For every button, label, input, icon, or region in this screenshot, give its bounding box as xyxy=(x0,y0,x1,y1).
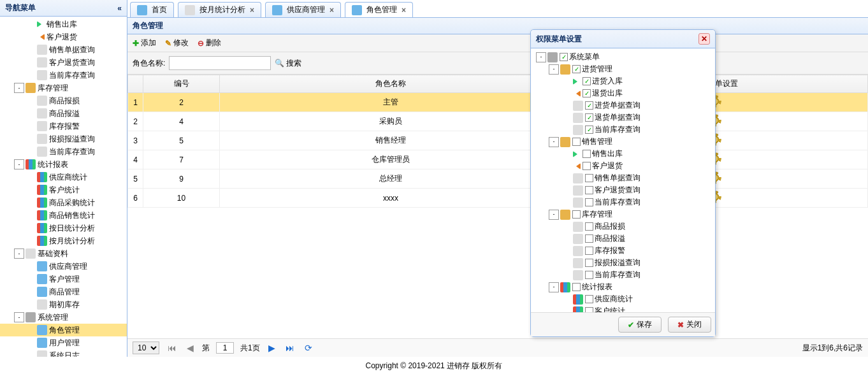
checkbox[interactable]: ✓ xyxy=(582,77,591,85)
tree-toggle-icon[interactable]: - xyxy=(536,52,546,62)
permission-tree-item[interactable]: -✓进货管理 xyxy=(533,63,712,75)
checkbox[interactable] xyxy=(585,222,593,231)
permission-tree-item[interactable]: ✓当前库存查询 xyxy=(533,124,712,136)
tab-close-icon[interactable]: × xyxy=(250,6,254,15)
sidebar-item[interactable]: 当前库存查询 xyxy=(0,145,127,158)
permission-tree-item[interactable]: ✓退货出库 xyxy=(533,87,712,99)
permission-tree-item[interactable]: ✓进货单据查询 xyxy=(533,99,712,111)
next-page-button[interactable]: ▶ xyxy=(266,343,277,353)
table-row[interactable]: 59总经理 xyxy=(128,169,868,189)
first-page-button[interactable]: ⏮ xyxy=(166,343,178,353)
tree-toggle-icon[interactable]: - xyxy=(549,64,559,75)
sidebar-item[interactable]: 商品销售统计 xyxy=(0,209,127,222)
sidebar-item[interactable]: 库存报警 xyxy=(0,120,127,133)
table-row[interactable]: 24采购员 xyxy=(128,112,868,131)
checkbox[interactable] xyxy=(585,271,593,279)
permission-tree-item[interactable]: 客户退货查询 xyxy=(533,184,712,196)
sidebar-item[interactable]: 供应商管理 xyxy=(0,260,127,273)
tree-toggle-icon[interactable]: - xyxy=(14,159,24,169)
permission-tree-item[interactable]: -库存管理 xyxy=(533,208,712,220)
delete-button[interactable]: ⊖删除 xyxy=(198,38,221,48)
checkbox[interactable] xyxy=(585,186,593,194)
search-input[interactable] xyxy=(169,56,271,70)
permission-tree-item[interactable]: 商品报溢 xyxy=(533,233,712,245)
permission-tree-item[interactable]: ✓进货入库 xyxy=(533,75,712,87)
checkbox[interactable] xyxy=(572,210,581,219)
table-row[interactable]: 12主管 xyxy=(128,93,868,112)
sidebar-collapse-icon[interactable]: « xyxy=(117,4,122,13)
sidebar-item[interactable]: 系统日志 xyxy=(0,349,127,357)
edit-button[interactable]: ✎修改 xyxy=(165,38,189,48)
tab[interactable]: 角色管理× xyxy=(345,2,413,17)
permission-tree-item[interactable]: 当前库存查询 xyxy=(533,196,712,208)
sidebar-item[interactable]: 客户统计 xyxy=(0,183,127,196)
tree-toggle-icon[interactable]: - xyxy=(14,312,24,322)
sidebar-item[interactable]: 商品报损 xyxy=(0,94,127,107)
sidebar-item[interactable]: 当前库存查询 xyxy=(0,69,127,82)
last-page-button[interactable]: ⏭ xyxy=(284,343,296,353)
close-button[interactable]: ✖关闭 xyxy=(668,317,711,333)
tab[interactable]: 首页 xyxy=(130,2,174,17)
tab-close-icon[interactable]: × xyxy=(329,6,334,15)
table-row[interactable]: 47仓库管理员 xyxy=(128,150,868,169)
sidebar-item[interactable]: -统计报表 xyxy=(0,158,127,171)
page-size-select[interactable]: 10 xyxy=(133,342,159,354)
checkbox[interactable] xyxy=(572,138,581,146)
sidebar-item[interactable]: 角色管理 xyxy=(0,324,127,336)
tree-toggle-icon[interactable]: - xyxy=(549,137,559,147)
checkbox[interactable] xyxy=(582,150,591,158)
page-input[interactable] xyxy=(216,342,234,354)
sidebar-item[interactable]: 客户退货查询 xyxy=(0,56,127,69)
tab-close-icon[interactable]: × xyxy=(401,6,406,15)
sidebar-item[interactable]: 用户管理 xyxy=(0,336,127,349)
checkbox[interactable] xyxy=(582,162,591,170)
sidebar-item[interactable]: 销售单据查询 xyxy=(0,43,127,56)
prev-page-button[interactable]: ◀ xyxy=(185,343,196,353)
tree-toggle-icon[interactable]: - xyxy=(14,248,24,259)
add-button[interactable]: ✚添加 xyxy=(133,38,156,48)
checkbox[interactable]: ✓ xyxy=(585,126,593,134)
table-row[interactable]: 610xxxx xyxy=(128,189,868,208)
checkbox[interactable] xyxy=(585,174,593,182)
permission-tree-item[interactable]: 销售单据查询 xyxy=(533,172,712,184)
tree-toggle-icon[interactable]: - xyxy=(14,83,24,93)
checkbox[interactable] xyxy=(585,307,593,312)
sidebar-item[interactable]: 商品管理 xyxy=(0,285,127,298)
permission-tree-item[interactable]: -统计报表 xyxy=(533,281,712,293)
permission-tree-item[interactable]: -✓系统菜单 xyxy=(533,51,712,63)
sidebar-item[interactable]: 按月统计分析 xyxy=(0,234,127,247)
checkbox[interactable] xyxy=(585,295,593,303)
tree-toggle-icon[interactable]: - xyxy=(549,210,559,220)
sidebar-item[interactable]: -系统管理 xyxy=(0,311,127,324)
refresh-button[interactable]: ⟳ xyxy=(303,343,314,353)
checkbox[interactable]: ✓ xyxy=(560,53,568,61)
sidebar-item[interactable]: 供应商统计 xyxy=(0,171,127,183)
checkbox[interactable] xyxy=(572,283,581,291)
sidebar-item[interactable]: 按日统计分析 xyxy=(0,222,127,234)
permission-tree-item[interactable]: 供应商统计 xyxy=(533,293,712,305)
save-button[interactable]: ✔保存 xyxy=(618,317,662,333)
table-row[interactable]: 35销售经理 xyxy=(128,131,868,150)
checkbox[interactable]: ✓ xyxy=(582,89,591,97)
checkbox[interactable]: ✓ xyxy=(572,65,581,73)
sidebar-item[interactable]: 销售出库 xyxy=(0,18,127,31)
checkbox[interactable] xyxy=(585,259,593,267)
sidebar-item[interactable]: 商品报溢 xyxy=(0,107,127,120)
sidebar-item[interactable]: -库存管理 xyxy=(0,82,127,94)
sidebar-item[interactable]: -基础资料 xyxy=(0,247,127,260)
sidebar-item[interactable]: 客户退货 xyxy=(0,31,127,43)
tab[interactable]: 供应商管理× xyxy=(265,2,341,17)
permission-tree-item[interactable]: -销售管理 xyxy=(533,136,712,148)
tab[interactable]: 按月统计分析× xyxy=(178,2,261,17)
sidebar-item[interactable]: 客户管理 xyxy=(0,273,127,285)
sidebar-item[interactable]: 商品采购统计 xyxy=(0,196,127,209)
checkbox[interactable]: ✓ xyxy=(585,113,593,122)
sidebar-item[interactable]: 期初库存 xyxy=(0,298,127,311)
checkbox[interactable] xyxy=(585,247,593,255)
permission-tree-item[interactable]: 客户统计 xyxy=(533,305,712,312)
search-button[interactable]: 🔍搜索 xyxy=(275,58,301,69)
permission-tree-item[interactable]: 客户退货 xyxy=(533,160,712,172)
permission-tree-item[interactable]: 商品报损 xyxy=(533,220,712,233)
checkbox[interactable] xyxy=(585,198,593,206)
permission-tree-item[interactable]: 库存报警 xyxy=(533,245,712,257)
